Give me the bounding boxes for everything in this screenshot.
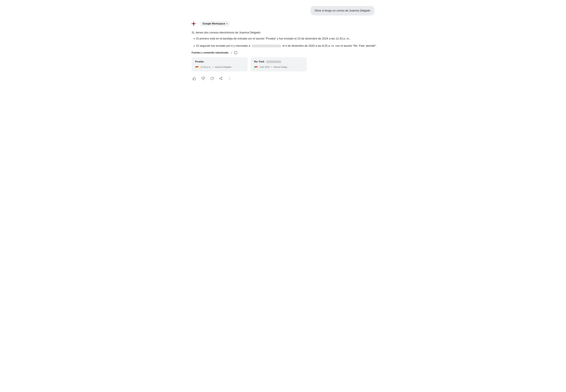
user-bubble: Dime si tengo un correo de Juanma Delgad…	[311, 6, 374, 15]
sources-header[interactable]: Fuentes y contenido relacionado ∧ i	[192, 51, 377, 54]
source-card-1[interactable]: Prueba	[192, 57, 248, 71]
thumbs-up-button[interactable]	[192, 76, 197, 81]
info-icon[interactable]: i	[234, 51, 237, 54]
more-options-button[interactable]	[227, 76, 232, 81]
sources-section: Fuentes y contenido relacionado ∧ i Prue…	[190, 51, 377, 71]
workspace-chevron-icon: ▾	[226, 23, 227, 25]
source-card-1-meta: 12:33 p.m. • Juanma Delgado	[195, 66, 244, 69]
ai-response: Google Workspace ▾ Sí, tienes dos correo…	[189, 20, 377, 81]
more-options-icon	[228, 77, 231, 80]
source-card-1-time: 12:33 p.m.	[200, 66, 211, 68]
refresh-icon	[210, 77, 214, 80]
thumbs-up-icon	[193, 77, 196, 80]
source-card-1-sep: •	[212, 66, 213, 68]
share-button[interactable]	[218, 76, 223, 81]
gem-icon	[190, 20, 197, 27]
source-card-2-title: Re: Fwd:	[254, 60, 303, 63]
ai-response-text: Sí, tienes dos correos electrónicos de J…	[190, 30, 377, 48]
chat-container: Dime si tengo un correo de Juanma Delgad…	[189, 6, 377, 81]
refresh-button[interactable]	[209, 76, 215, 81]
bullet-2: El segundo fue enviado por ti y reenviad…	[196, 43, 377, 48]
bullet-2-text-before: El segundo fue enviado por ti y reenviad…	[196, 44, 250, 47]
gmail-m-icon-1	[195, 66, 199, 69]
bullet-1: El primero está en la bandeja de entrada…	[196, 36, 377, 41]
thumbs-down-icon	[201, 77, 205, 80]
source-card-2-meta: 4 dic 2020 • Manuel Delga...	[254, 66, 303, 69]
thumbs-down-button[interactable]	[200, 76, 206, 81]
sources-label: Fuentes y contenido relacionado	[192, 51, 228, 54]
source-card-2-sender: Manuel Delga...	[273, 66, 289, 68]
svg-point-10	[229, 79, 230, 80]
sources-chevron-icon: ∧	[231, 52, 232, 54]
response-bullets: El primero está en la bandeja de entrada…	[192, 36, 377, 48]
svg-point-9	[229, 78, 230, 79]
svg-line-7	[220, 78, 221, 78]
source-card-2-title-redacted	[266, 60, 281, 63]
share-icon	[219, 77, 223, 80]
source-card-1-title: Prueba	[195, 60, 244, 63]
user-message-text: Dime si tengo un correo de Juanma Delgad…	[315, 9, 370, 12]
svg-point-8	[229, 77, 230, 78]
user-message-row: Dime si tengo un correo de Juanma Delgad…	[189, 6, 377, 15]
redacted-email	[252, 45, 281, 47]
workspace-badge[interactable]: Google Workspace ▾	[200, 21, 230, 26]
bullet-2-text-after: el 4 de diciembre de 2020 a las 8:25 a. …	[283, 44, 377, 47]
gmail-m-icon-2	[254, 66, 258, 69]
source-card-2-sep: •	[271, 66, 272, 68]
workspace-badge-label: Google Workspace	[203, 22, 225, 25]
svg-line-6	[220, 79, 221, 79]
source-cards: Prueba	[192, 57, 377, 71]
source-card-1-sender: Juanma Delgado	[215, 66, 231, 68]
ai-header: Google Workspace ▾	[190, 20, 377, 27]
action-bar	[190, 76, 377, 81]
source-card-2[interactable]: Re: Fwd: 4 dic 2020 • Manuel	[251, 57, 307, 71]
intro-paragraph: Sí, tienes dos correos electrónicos de J…	[192, 30, 377, 35]
source-card-2-time: 4 dic 2020	[259, 66, 269, 68]
bullet-1-text: El primero está en la bandeja de entrada…	[196, 37, 350, 40]
